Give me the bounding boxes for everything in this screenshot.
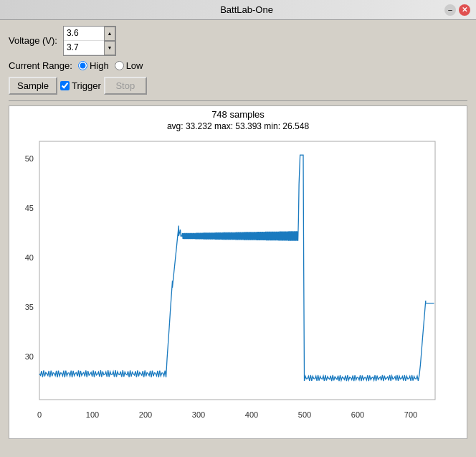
radio-low[interactable]: Low	[115, 60, 143, 71]
chart-area: 748 samples avg: 33.232 max: 53.393 min:…	[9, 105, 467, 439]
low-label: Low	[126, 60, 143, 71]
trigger-label[interactable]: Trigger	[60, 77, 101, 95]
svg-text:45: 45	[25, 204, 34, 212]
title-bar-controls: – ✕	[444, 4, 470, 16]
chart-wrap: 50 45 40 35 30 0 100 200 300 400 500	[12, 134, 464, 435]
voltage-spinner[interactable]: 3.6 3.7 ▲ ▼	[63, 26, 116, 56]
svg-text:30: 30	[25, 352, 34, 361]
sample-button[interactable]: Sample	[9, 77, 57, 95]
chart-samples: 748 samples	[12, 109, 464, 120]
voltage-up-button[interactable]: ▲	[104, 27, 115, 41]
svg-rect-10	[39, 141, 435, 400]
trigger-checkbox[interactable]	[60, 81, 70, 90]
radio-high[interactable]: High	[78, 60, 109, 71]
svg-text:200: 200	[139, 410, 152, 419]
svg-text:35: 35	[25, 303, 34, 311]
svg-text:100: 100	[86, 410, 99, 419]
window-title: BattLab-One	[49, 4, 444, 15]
title-bar: BattLab-One – ✕	[0, 0, 476, 20]
svg-text:0: 0	[37, 410, 42, 419]
divider	[9, 100, 467, 101]
voltage-down-button[interactable]: ▼	[104, 41, 115, 55]
svg-text:300: 300	[192, 410, 205, 419]
trigger-text: Trigger	[72, 80, 101, 91]
high-label: High	[90, 60, 109, 71]
stop-button[interactable]: Stop	[104, 77, 147, 95]
svg-text:600: 600	[351, 410, 364, 419]
svg-text:50: 50	[25, 154, 34, 163]
close-button[interactable]: ✕	[459, 4, 470, 16]
svg-text:700: 700	[404, 410, 417, 419]
svg-text:40: 40	[25, 253, 34, 262]
minimize-button[interactable]: –	[444, 4, 456, 16]
current-range-label: Current Range:	[9, 60, 72, 71]
svg-text:500: 500	[298, 410, 311, 419]
chart-svg: 50 45 40 35 30 0 100 200 300 400 500	[12, 134, 457, 435]
chart-stats: avg: 33.232 max: 53.393 min: 26.548	[12, 121, 464, 131]
voltage-label: Voltage (V):	[9, 35, 57, 46]
svg-text:400: 400	[245, 410, 258, 419]
